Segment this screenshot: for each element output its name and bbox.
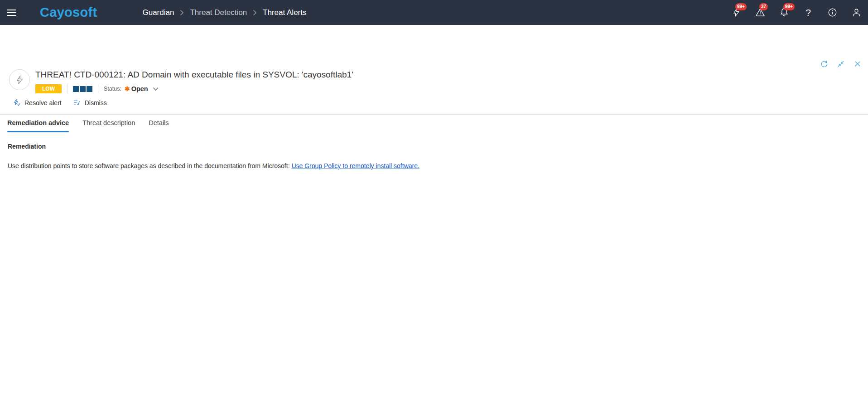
status-dropdown[interactable]: Status: ✱ Open [104,85,159,92]
breadcrumb-item-threat-detection[interactable]: Threat Detection [190,8,247,17]
dismiss-icon [73,98,81,107]
alert-title: THREAT! CTD-000121: AD Domain with execu… [35,70,353,80]
tab-threat-description[interactable]: Threat description [82,119,135,132]
threat-lightning-icon [15,75,24,85]
breadcrumb-chevron-icon [253,10,257,16]
divider [98,84,98,93]
warning-count-badge: 37 [759,3,768,10]
top-navbar: Cayosoft Guardian Threat Detection Threa… [0,0,868,25]
notification-count-badge: 99+ [783,3,795,10]
threat-alert-panel: THREAT! CTD-000121: AD Domain with execu… [0,25,868,411]
severity-blocks [73,86,92,92]
menu-icon[interactable] [1,0,23,25]
breadcrumb-item-guardian[interactable]: Guardian [142,8,174,17]
alert-header: THREAT! CTD-000121: AD Domain with execu… [9,69,353,93]
info-button[interactable] [826,6,838,19]
warnings-button[interactable]: 37 [754,6,766,19]
close-button[interactable] [853,59,862,68]
app-logo[interactable]: Cayosoft [40,5,97,20]
help-icon: ? [805,7,811,18]
severity-block [87,86,92,92]
divider [67,84,68,93]
help-button[interactable]: ? [802,6,814,19]
severity-block [73,86,79,92]
resolve-alert-button[interactable]: Resolve alert [13,98,62,107]
status-label: Status: [104,86,121,92]
alert-toolbar: Resolve alert Dismiss [13,98,107,107]
notifications-button[interactable]: 99+ [778,6,790,19]
toolbar-divider [0,114,868,115]
collapse-icon [837,60,845,68]
navbar-icon-group: 99+ 37 99+ ? [730,6,868,19]
collapse-button[interactable] [836,59,845,68]
account-icon [851,7,862,18]
threat-activity-button[interactable]: 99+ [730,6,742,19]
resolve-alert-label: Resolve alert [24,99,62,106]
remediation-text: Use distribution points to store softwar… [8,162,291,169]
threat-count-badge: 99+ [735,3,747,10]
info-icon [827,7,838,18]
avatar [9,69,30,90]
chevron-down-icon [153,87,159,91]
resolve-lightning-check-icon [13,98,21,107]
tab-details[interactable]: Details [149,119,169,132]
group-policy-link[interactable]: Use Group Policy to remotely install sof… [291,162,419,169]
alert-info: THREAT! CTD-000121: AD Domain with execu… [35,69,353,93]
breadcrumb-chevron-icon [180,10,184,16]
severity-block [80,86,86,92]
tab-remediation-advice[interactable]: Remediation advice [7,119,69,132]
remediation-paragraph: Use distribution points to store softwar… [8,162,420,169]
breadcrumb-item-threat-alerts[interactable]: Threat Alerts [263,8,306,17]
alert-meta: LOW Status: ✱ Open [35,84,353,93]
severity-badge: LOW [35,84,62,93]
dismiss-label: Dismiss [85,99,107,106]
account-button[interactable] [850,6,862,19]
status-value: Open [131,85,148,92]
panel-controls [820,59,862,68]
remediation-heading: Remediation [8,143,46,150]
dismiss-button[interactable]: Dismiss [73,98,107,107]
breadcrumb: Guardian Threat Detection Threat Alerts [142,8,306,17]
status-open-icon: ✱ [125,85,130,92]
close-icon [854,60,862,68]
refresh-button[interactable] [820,59,829,68]
refresh-icon [820,60,829,68]
alert-tabs: Remediation advice Threat description De… [7,119,169,132]
